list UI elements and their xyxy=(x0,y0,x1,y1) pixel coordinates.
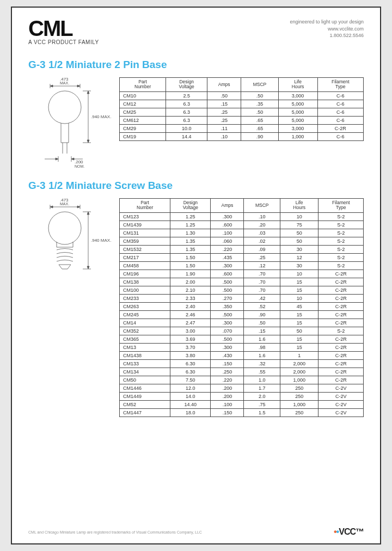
data-cell: 2.47 xyxy=(170,319,211,327)
data-cell: 250 xyxy=(280,384,318,392)
data-cell: 3.80 xyxy=(170,351,211,359)
part-number-cell: CM365 xyxy=(120,335,170,343)
data-cell: .55 xyxy=(244,368,280,376)
data-cell: .09 xyxy=(244,245,280,253)
part-number-cell: CM19 xyxy=(120,132,166,140)
data-cell: 1.50 xyxy=(170,261,211,270)
table-row: CM2910.0.11.653,000C-2R xyxy=(120,124,364,132)
data-cell: 14.0 xyxy=(170,392,211,400)
data-cell: S-2 xyxy=(318,212,364,221)
data-cell: 15 xyxy=(280,335,318,343)
data-cell: C-2R xyxy=(318,302,364,310)
table-row: CM2332.33.270.4210C-2R xyxy=(120,294,364,302)
data-cell: C-2R xyxy=(317,124,363,132)
table-row: CM3653.69.5001.615C-2R xyxy=(120,335,364,343)
data-cell: .500 xyxy=(211,310,244,319)
data-cell: 75 xyxy=(280,221,318,229)
part-number-cell: CM52 xyxy=(120,400,170,408)
data-cell: C-2R xyxy=(318,335,364,343)
part-number-cell: CM352 xyxy=(120,327,170,335)
data-cell: .10 xyxy=(244,212,280,221)
data-cell: 1.30 xyxy=(170,229,211,237)
logo-block: CML A VCC PRODUCT FAMILY xyxy=(28,19,99,45)
data-cell: 1.35 xyxy=(170,237,211,245)
svg-marker-12 xyxy=(87,140,89,143)
data-cell: C-6 xyxy=(317,100,363,108)
data-cell: .270 xyxy=(211,294,244,302)
data-cell: S-2 xyxy=(318,327,364,335)
data-cell: 3,000 xyxy=(278,91,317,100)
part-number-cell: CM10 xyxy=(120,91,166,100)
data-cell: .02 xyxy=(244,237,280,245)
data-cell: .50 xyxy=(241,91,278,100)
data-cell: 10 xyxy=(280,212,318,221)
data-cell: .50 xyxy=(207,91,241,100)
data-cell: 250 xyxy=(280,392,318,400)
data-cell: C-6 xyxy=(317,116,363,124)
data-cell: .300 xyxy=(211,261,244,270)
part-number-cell: CM1447 xyxy=(120,408,170,417)
part-number-cell: CM1439 xyxy=(120,221,170,229)
part-number-cell: CM217 xyxy=(120,253,170,261)
part-number-cell: CM133 xyxy=(120,359,170,368)
data-cell: 2,000 xyxy=(280,359,318,368)
table-row: CM1961.90.600.7010C-2R xyxy=(120,270,364,278)
page-header: CML A VCC PRODUCT FAMILY engineered to l… xyxy=(28,19,364,45)
data-cell: 2.46 xyxy=(170,310,211,319)
svg-text:.940 MAX.: .940 MAX. xyxy=(91,238,111,243)
data-cell: 15 xyxy=(280,278,318,286)
table-row: CM1002.10.500.7015C-2R xyxy=(120,286,364,294)
data-cell: C-2V xyxy=(318,408,364,417)
column-header: FilamentType xyxy=(317,78,363,92)
data-cell: .03 xyxy=(244,229,280,237)
data-cell: C-2V xyxy=(318,384,364,392)
svg-marker-4 xyxy=(77,85,80,87)
data-cell: .100 xyxy=(211,229,244,237)
data-cell: 15 xyxy=(280,343,318,351)
column-header: FilamentType xyxy=(318,199,364,213)
table-row: CM1231.25.300.1010S-2 xyxy=(120,212,364,221)
data-cell: S-2 xyxy=(318,261,364,270)
data-cell: 2.10 xyxy=(170,286,211,294)
data-cell: C-2R xyxy=(318,278,364,286)
data-cell: 2.33 xyxy=(170,294,211,302)
data-cell: .500 xyxy=(211,278,244,286)
part-number-cell: CM134 xyxy=(120,368,170,376)
data-cell: 10 xyxy=(280,294,318,302)
data-cell: 3,000 xyxy=(278,124,317,132)
data-cell: 3.70 xyxy=(170,343,211,351)
data-cell: 12 xyxy=(280,253,318,261)
data-cell: .50 xyxy=(244,319,280,327)
svg-marker-32 xyxy=(87,212,89,215)
legal-text: CML and Chicago Miniature Lamp are regis… xyxy=(28,530,202,534)
data-cell: S-2 xyxy=(318,229,364,237)
table-row: CM15321.35.220.0930S-2 xyxy=(120,245,364,253)
data-cell: S-2 xyxy=(318,253,364,261)
data-cell: .200 xyxy=(211,384,244,392)
data-cell: 5,000 xyxy=(278,108,317,116)
data-cell: C-6 xyxy=(317,132,363,140)
data-cell: .200 xyxy=(211,392,244,400)
data-cell: .430 xyxy=(211,351,244,359)
table-row: CM2632.40.350.5245C-2R xyxy=(120,302,364,310)
data-cell: 7.50 xyxy=(170,376,211,384)
data-cell: .25 xyxy=(207,116,241,124)
data-cell: .300 xyxy=(211,319,244,327)
data-cell: 15 xyxy=(280,319,318,327)
part-number-cell: CM245 xyxy=(120,310,170,319)
part-number-cell: CM196 xyxy=(120,270,170,278)
part-number-cell: CM612 xyxy=(120,116,166,124)
website: www.vcclite.com xyxy=(290,26,364,33)
data-cell: C-2R xyxy=(318,310,364,319)
data-cell: .350 xyxy=(211,302,244,310)
table-row: CM133.70.300.9815C-2R xyxy=(120,343,364,351)
part-number-cell: CM123 xyxy=(120,212,170,221)
data-cell: .600 xyxy=(211,270,244,278)
column-header: DesignVoltage xyxy=(166,78,207,92)
data-cell: 45 xyxy=(280,302,318,310)
svg-marker-17 xyxy=(56,158,58,160)
data-cell: .250 xyxy=(211,368,244,376)
part-number-cell: CM233 xyxy=(120,294,170,302)
data-cell: 15 xyxy=(280,286,318,294)
data-cell: 5,000 xyxy=(278,100,317,108)
